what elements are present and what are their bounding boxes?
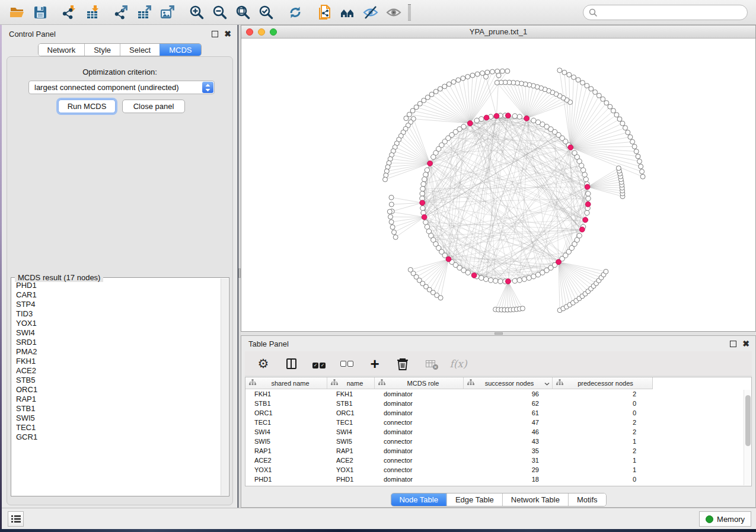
- zoom-fit-icon[interactable]: [235, 4, 251, 20]
- network-graph[interactable]: [241, 39, 755, 331]
- network-node[interactable]: [410, 108, 415, 113]
- table-row[interactable]: SWI4SWI4dominator462: [245, 427, 751, 437]
- close-mcds-panel-button[interactable]: Close panel: [122, 100, 185, 113]
- network-node[interactable]: [604, 101, 609, 105]
- network-node[interactable]: [470, 73, 475, 78]
- network-node[interactable]: [389, 195, 394, 200]
- mcds-dominator-node[interactable]: [524, 116, 529, 121]
- mcds-dominator-node[interactable]: [556, 259, 562, 265]
- node-table[interactable]: shared namenameMCDS rolesuccessor nodesp…: [245, 377, 752, 486]
- mcds-result-item[interactable]: STP4: [16, 300, 218, 309]
- mcds-result-item[interactable]: CAR1: [16, 290, 218, 300]
- network-node[interactable]: [390, 225, 395, 229]
- mcds-result-item[interactable]: RAP1: [16, 395, 218, 404]
- mcds-dominator-node[interactable]: [585, 201, 591, 207]
- network-node[interactable]: [596, 93, 601, 98]
- network-node[interactable]: [572, 75, 576, 79]
- mcds-dominator-node[interactable]: [428, 161, 433, 166]
- mcds-dominator-node[interactable]: [585, 184, 590, 190]
- network-node[interactable]: [636, 154, 640, 159]
- close-panel-icon[interactable]: ✖: [224, 31, 231, 37]
- scrollbar-thumb[interactable]: [745, 395, 751, 446]
- network-canvas[interactable]: [241, 39, 755, 331]
- network-node[interactable]: [431, 155, 436, 159]
- float-panel-icon[interactable]: [212, 31, 218, 37]
- network-node[interactable]: [422, 177, 427, 182]
- memory-button[interactable]: Memory: [699, 511, 751, 527]
- network-node[interactable]: [461, 76, 465, 81]
- network-node[interactable]: [580, 81, 585, 85]
- network-node[interactable]: [389, 220, 394, 225]
- network-node[interactable]: [616, 166, 621, 171]
- column-header-predecessor-nodes[interactable]: predecessor nodes: [553, 377, 650, 389]
- network-node[interactable]: [634, 149, 639, 154]
- network-node[interactable]: [498, 279, 503, 284]
- network-node[interactable]: [388, 214, 393, 219]
- network-node[interactable]: [593, 90, 598, 95]
- mcds-dominator-node[interactable]: [484, 115, 489, 120]
- network-node[interactable]: [640, 169, 645, 174]
- network-node[interactable]: [425, 168, 429, 172]
- network-node[interactable]: [456, 78, 461, 82]
- network-node[interactable]: [433, 89, 438, 94]
- tab-network-table[interactable]: Network Table: [502, 493, 568, 506]
- network-node[interactable]: [442, 84, 447, 89]
- network-node[interactable]: [484, 75, 489, 79]
- mcds-result-item[interactable]: STB5: [16, 376, 218, 385]
- network-node[interactable]: [531, 274, 536, 278]
- network-node[interactable]: [572, 150, 577, 155]
- mcds-dominator-node[interactable]: [471, 273, 477, 278]
- network-node[interactable]: [617, 117, 622, 121]
- network-node[interactable]: [429, 92, 434, 97]
- network-window-titlebar[interactable]: YPA_prune.txt_1: [241, 25, 755, 39]
- network-node[interactable]: [417, 101, 422, 106]
- network-node[interactable]: [585, 210, 589, 215]
- mcds-dominator-node[interactable]: [494, 113, 499, 118]
- search-box[interactable]: [583, 5, 748, 20]
- network-node[interactable]: [608, 104, 613, 109]
- network-node[interactable]: [474, 118, 479, 123]
- zoom-selected-icon[interactable]: [258, 4, 274, 20]
- network-node[interactable]: [512, 278, 517, 283]
- network-node[interactable]: [632, 144, 637, 149]
- create-column-icon[interactable]: +: [367, 356, 382, 371]
- refresh-layout-icon[interactable]: [287, 4, 303, 20]
- network-node[interactable]: [527, 275, 531, 280]
- network-node[interactable]: [480, 71, 485, 76]
- network-node[interactable]: [446, 82, 451, 86]
- optimization-criterion-select[interactable]: largest connected component (undirected): [28, 81, 215, 94]
- run-mcds-button[interactable]: Run MCDS: [58, 100, 116, 113]
- zoom-in-icon[interactable]: [189, 4, 205, 20]
- select-all-icon[interactable]: ✓✓: [311, 356, 327, 371]
- export-image-icon[interactable]: [160, 4, 176, 20]
- network-node[interactable]: [425, 225, 429, 229]
- network-node[interactable]: [586, 196, 591, 201]
- show-panels-button[interactable]: [8, 511, 24, 527]
- mcds-dominator-node[interactable]: [422, 214, 427, 220]
- network-node[interactable]: [475, 72, 480, 76]
- first-neighbors-icon[interactable]: [339, 4, 355, 20]
- show-all-icon[interactable]: [385, 4, 401, 20]
- network-node[interactable]: [611, 108, 615, 113]
- network-node[interactable]: [496, 73, 501, 78]
- mcds-dominator-node[interactable]: [583, 217, 588, 223]
- mcds-dominator-node[interactable]: [579, 227, 585, 232]
- table-scrollbar[interactable]: [744, 390, 751, 485]
- network-node[interactable]: [423, 172, 428, 177]
- table-settings-icon[interactable]: ⚙: [256, 356, 271, 371]
- network-node[interactable]: [465, 270, 470, 275]
- network-node[interactable]: [639, 164, 643, 169]
- tab-mcds[interactable]: MCDS: [160, 44, 200, 56]
- export-web-icon[interactable]: [316, 4, 332, 20]
- network-node[interactable]: [490, 69, 495, 74]
- column-header-successor-nodes[interactable]: successor nodes: [464, 377, 553, 389]
- network-node[interactable]: [567, 72, 572, 77]
- mcds-result-item[interactable]: TEC1: [16, 423, 218, 432]
- table-row[interactable]: TEC1TEC1connector472: [245, 418, 751, 427]
- network-node[interactable]: [517, 114, 522, 119]
- network-node[interactable]: [576, 78, 580, 82]
- show-columns-icon[interactable]: [283, 356, 299, 371]
- save-session-icon[interactable]: [32, 4, 48, 20]
- network-node[interactable]: [392, 230, 397, 235]
- float-table-panel-icon[interactable]: [730, 341, 736, 347]
